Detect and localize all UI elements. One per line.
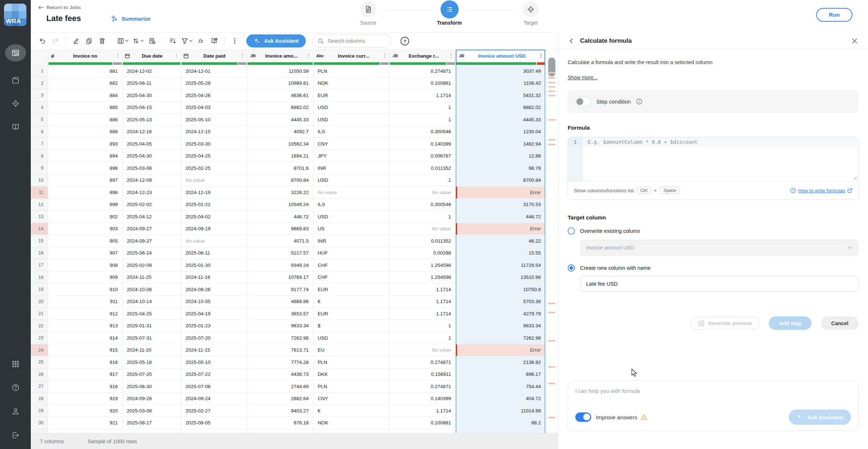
cell-date_paid[interactable]: 2024-12-01 [181,65,247,77]
cell-amount[interactable]: 3653.57 [247,308,313,320]
cell-currency[interactable]: EUR [313,308,389,320]
cell-amount[interactable]: 7262.96 [247,332,313,344]
cell-due_date[interactable]: 2025-07-25 [122,369,181,381]
cell-row-number[interactable]: 28 [31,393,48,405]
cell-amount[interactable]: 676.18 [247,417,313,429]
toolbar-help-button[interactable]: ? [399,35,410,46]
cell-invoice_no[interactable]: 905 [48,235,122,247]
sidebar-item-projects[interactable] [11,76,20,85]
cell-rate[interactable]: No value [389,186,456,199]
cell-invoice_no[interactable]: 897 [48,175,122,187]
cell-usd[interactable]: 46.22 [456,235,546,247]
cell-rate[interactable]: 0.100861 [389,417,456,429]
cell-currency[interactable]: HUF [313,247,389,260]
cell-currency[interactable]: ILS [313,126,389,138]
column-menu-icon[interactable] [383,53,387,59]
cell-date_paid[interactable]: 2025-08-05 [181,417,247,429]
cell-date_paid[interactable]: 2025-04-19 [181,308,247,320]
cell-row-number[interactable]: 25 [31,356,48,369]
create-new-column-option[interactable]: Create new column with name [568,264,859,272]
formula-button[interactable]: fx [195,35,208,47]
cell-due_date[interactable]: 2025-04-12 [122,211,181,223]
cell-amount[interactable]: 7774.28 [247,356,313,369]
generate-preview-button[interactable]: Generate preview [690,316,760,330]
info-icon[interactable] [636,98,642,105]
cell-rate[interactable]: 0.00298 [389,247,456,260]
cell-rate[interactable]: 0.011352 [389,235,456,247]
cell-invoice_no[interactable]: 899 [48,199,122,211]
cell-date_paid[interactable]: 2024-12-15 [181,126,247,138]
cell-row-number[interactable]: 1 [31,65,48,77]
sidebar-item-prepare[interactable] [5,44,26,62]
help-icon[interactable] [11,383,20,392]
cell-invoice_no[interactable]: 885 [48,102,122,114]
cell-amount[interactable]: 4092.7 [247,126,313,138]
cell-usd[interactable]: 68.2 [456,417,546,429]
cell-row-number[interactable]: 30 [31,417,48,429]
cell-usd[interactable]: 3170.53 [456,199,546,211]
formula-editor[interactable]: 1 E.g. $amountColumn * 0.8 + $discount [568,137,858,181]
cell-invoice_no[interactable]: 903 [48,223,122,235]
cell-date_paid[interactable]: 2024-09-19 [181,223,247,235]
cell-rate[interactable]: 0.300546 [389,199,456,211]
return-to-jobs-link[interactable]: Return to Jobs [38,5,81,10]
cell-amount[interactable]: 9669.83 [247,223,313,235]
cell-due_date[interactable]: 2024-10-14 [122,296,181,308]
cell-invoice_no[interactable]: 910 [48,284,122,296]
cell-rate[interactable]: 1.1714 [389,296,456,308]
grid-scrollbar[interactable] [546,50,558,433]
sort-menu-button[interactable] [130,37,146,45]
cell-rate[interactable]: 0.300546 [389,126,456,138]
cell-due_date[interactable]: 2024-11-25 [122,272,181,284]
cell-invoice_no[interactable]: 909 [48,272,122,284]
cell-amount[interactable]: 4445.33 [247,114,313,126]
cell-row-number[interactable]: 19 [31,284,48,296]
cell-usd[interactable]: 7262.96 [456,332,546,344]
cell-row-number[interactable]: 3 [31,89,48,102]
cell-due_date[interactable]: 2025-06-11 [122,77,181,90]
cell-rate[interactable]: 1.1714 [389,308,456,320]
existing-column-select[interactable]: Invoice amount USD [580,240,859,256]
cell-amount[interactable]: 2882.64 [247,393,313,405]
cell-usd[interactable]: 3037.49 [456,65,546,77]
cell-due_date[interactable]: 2024-12-09 [122,175,181,187]
cell-invoice_no[interactable]: 920 [48,405,122,417]
cell-currency[interactable]: EUR [313,89,389,102]
column-header-row-number[interactable] [31,50,48,65]
cell-invoice_no[interactable]: 919 [48,393,122,405]
cell-amount[interactable]: 9177.74 [247,284,313,296]
step-source[interactable]: Source [351,1,386,26]
cell-usd[interactable]: 696.17 [456,369,546,381]
assistant-prompt-box[interactable]: I can help you with formula Improve answ… [568,380,859,431]
new-column-name-input[interactable]: Late fee USD [580,276,859,292]
undo-button[interactable] [36,35,49,47]
cell-date_paid[interactable]: No value [181,235,247,247]
cell-amount[interactable]: 4868.86 [247,296,313,308]
step-target[interactable]: Target [513,1,548,26]
cell-amount[interactable]: 446.72 [247,211,313,223]
cell-usd[interactable]: 754.44 [456,381,546,393]
cell-rate[interactable]: 0.006787 [389,150,456,163]
cell-date_paid[interactable]: 2024-12-19 [181,186,247,199]
how-to-write-formulas-link[interactable]: ? How to write formulas [790,188,852,193]
cell-date_paid[interactable]: No value [181,175,247,187]
cell-date_paid[interactable]: 2025-04-25 [181,150,247,163]
cell-due_date[interactable]: 2024-10-08 [122,284,181,296]
cell-rate[interactable]: No value [389,223,456,235]
cell-row-number[interactable]: 16 [31,247,48,260]
cell-invoice_no[interactable]: 896 [48,162,122,175]
cell-date_paid[interactable]: 2024-11-15 [181,344,247,357]
cell-currency[interactable]: DKK [313,369,389,381]
cell-date_paid[interactable]: 2024-10-05 [181,296,247,308]
cell-usd[interactable]: 9633.34 [456,320,546,332]
cell-invoice_no[interactable]: 908 [48,259,122,272]
show-more-link[interactable]: Show more... [568,75,597,80]
cell-amount[interactable]: 8701.6 [247,162,313,175]
cell-amount[interactable]: 9633.34 [247,320,313,332]
cell-date_paid[interactable]: 2025-06-11 [181,247,247,260]
cell-amount[interactable]: 4071.5 [247,235,313,247]
cell-currency[interactable]: PLN [313,381,389,393]
cell-invoice_no[interactable]: 914 [48,332,122,344]
cell-date_paid[interactable]: 2025-01-22 [181,199,247,211]
cell-currency[interactable]: CHF [313,259,389,272]
